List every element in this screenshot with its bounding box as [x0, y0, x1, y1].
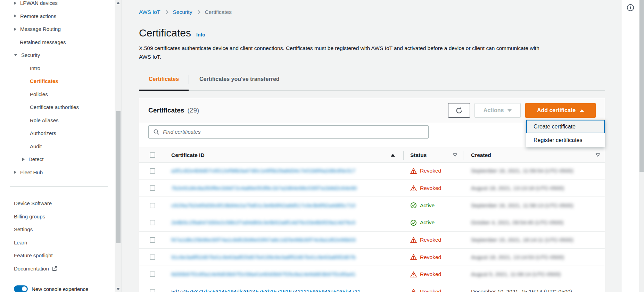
sidebar-item-intro[interactable]: Intro	[0, 62, 115, 75]
sidebar-item-lpwan-devices[interactable]: LPWAN devices	[0, 0, 115, 10]
status-label: Revoked	[420, 289, 441, 292]
breadcrumb-aws-iot[interactable]: AWS IoT	[139, 9, 160, 15]
sidebar: LPWAN devices Remote actions Message Rou…	[0, 0, 115, 292]
status-label: Revoked	[420, 254, 441, 260]
active-tab-indicator	[139, 90, 189, 91]
sidebar-item-role-aliases[interactable]: Role Aliases	[0, 114, 115, 127]
info-link[interactable]: Info	[196, 32, 205, 37]
new-console-experience-row: New console experience	[14, 285, 88, 292]
tab-certificates[interactable]: Certificates	[139, 76, 189, 82]
revoked-icon	[410, 254, 417, 260]
sidebar-item-device-software[interactable]: Device Software	[0, 197, 115, 210]
sidebar-item-billing-groups[interactable]: Billing groups	[0, 210, 115, 223]
sidebar-item-documentation[interactable]: Documentation	[0, 262, 115, 275]
sort-ascending-icon[interactable]	[391, 154, 395, 157]
sidebar-item-feature-spotlight[interactable]: Feature spotlight	[0, 249, 115, 262]
sidebar-item-label: Billing groups	[14, 214, 45, 219]
sidebar-item-label: Documentation	[14, 266, 49, 272]
table-row: 7b2e91d4c8a350f6e1b9d72c4a86e053f9c1b7a2…	[139, 180, 605, 197]
menu-item-register-certificates[interactable]: Register certificates	[526, 133, 605, 147]
sidebar-item-message-routing[interactable]: Message Routing	[0, 23, 115, 36]
scroll-down-arrow-icon[interactable]	[116, 288, 120, 290]
panel-actions: Actions Add certificate	[448, 103, 596, 118]
row-checkbox[interactable]	[150, 168, 155, 174]
certificate-id-link[interactable]: 2e8b5c1f9a647d30e2c58b1f7a94d60c3e9b52a8…	[171, 219, 355, 226]
breadcrumb-current: Certificates	[205, 9, 232, 15]
sidebar-item-retained-messages[interactable]: Retained messages	[0, 36, 115, 49]
sidebar-item-detect[interactable]: Detect	[0, 153, 115, 166]
add-certificate-button[interactable]: Add certificate	[525, 103, 596, 118]
certificate-id-link[interactable]: c91f4a7b2e85d30c6f19b84e2a75d01c3e6b9f42…	[171, 202, 355, 209]
new-console-toggle[interactable]	[14, 285, 28, 292]
created-date: August 18, 2021, 13:14:53 (UTC-0500)	[471, 254, 564, 260]
certificate-id-link[interactable]: 6d30b97f2c85a14e6d03b97f2c58a41e60d3b97f…	[171, 271, 356, 277]
page-scrollbar-thumb[interactable]	[639, 0, 644, 172]
certificate-id-link[interactable]: 91c6e3a8f52d07b41c9e63a8f25d07b4199c6e3a…	[171, 254, 356, 260]
sidebar-item-certificates[interactable]: Certificates	[0, 75, 115, 88]
add-certificate-dropdown: Create certificate Register certificates	[526, 119, 605, 147]
sidebar-item-audit[interactable]: Audit	[0, 140, 115, 153]
scroll-up-arrow-icon[interactable]	[116, 2, 120, 4]
table-header: Certificate ID Status Created	[139, 148, 605, 162]
description-line: AWS IoT.	[139, 54, 161, 60]
toggle-label: New console experience	[32, 286, 88, 292]
chevron-right-icon	[14, 1, 16, 5]
filter-icon[interactable]	[595, 153, 600, 157]
created-date: September 16, 2021, 11:59:54 (UTC-0500)	[471, 168, 573, 174]
status-label: Revoked	[420, 168, 441, 174]
row-checkbox[interactable]	[150, 220, 155, 225]
actions-button-label: Actions	[484, 107, 504, 114]
sidebar-item-security[interactable]: Security	[0, 49, 115, 62]
refresh-icon	[455, 107, 463, 114]
sidebar-item-label: Learn	[14, 240, 27, 245]
panel-title-text: Certificates	[148, 107, 184, 114]
sidebar-item-label: LPWAN devices	[20, 0, 58, 6]
sidebar-item-policies[interactable]: Policies	[0, 88, 115, 101]
filter-icon[interactable]	[453, 153, 457, 157]
menu-item-create-certificate[interactable]: Create certificate	[526, 120, 605, 133]
sidebar-item-label: Retained messages	[20, 39, 66, 45]
row-checkbox[interactable]	[150, 289, 155, 292]
search-input[interactable]	[163, 129, 424, 135]
created-date: September 15, 2021, 18:14:11 (UTC-0500)	[471, 237, 573, 243]
select-all-checkbox[interactable]	[150, 152, 155, 158]
row-checkbox[interactable]	[150, 185, 155, 191]
certificate-id-link[interactable]: 7b2e91d4c8a350f6e1b9d72c4a86e053f9c1b7a2…	[171, 185, 357, 191]
sidebar-item-fleet-hub[interactable]: Fleet Hub	[0, 166, 115, 179]
panel-header: Certificates (29) Actions	[139, 98, 605, 123]
tab-certificates-transferred[interactable]: Certificates you've transferred	[189, 76, 290, 82]
sidebar-item-certificate-authorities[interactable]: Certificate authorities	[0, 101, 115, 114]
refresh-button[interactable]	[448, 103, 470, 118]
status-label: Revoked	[420, 185, 441, 191]
tab-underline	[139, 90, 605, 91]
sidebar-item-label: Message Routing	[20, 26, 61, 32]
sidebar-item-label: Remote actions	[20, 13, 56, 19]
actions-button[interactable]: Actions	[474, 103, 521, 118]
search-box	[148, 125, 429, 139]
row-checkbox[interactable]	[150, 272, 155, 277]
sidebar-item-settings[interactable]: Settings	[0, 223, 115, 236]
page-scrollbar[interactable]	[639, 0, 644, 292]
sidebar-item-learn[interactable]: Learn	[0, 236, 115, 249]
info-icon[interactable]	[627, 4, 634, 11]
active-icon	[410, 202, 417, 209]
table-row: 6d30b97f2c85a14e6d03b97f2c58a41e60d3b97f…	[139, 266, 605, 283]
sidebar-item-label: Audit	[30, 143, 42, 149]
certificates-table: Certificate ID Status Created	[139, 148, 605, 292]
row-checkbox[interactable]	[150, 237, 155, 243]
certificate-id-link[interactable]: 5d1c4575371dac53145194dfc36245753b157161…	[171, 289, 361, 292]
sidebar-item-authorizers[interactable]: Authorizers	[0, 127, 115, 140]
main-content: AWS IoT Security Certificates Certificat…	[122, 0, 622, 292]
sidebar-scrollbar-thumb[interactable]	[116, 111, 121, 243]
row-checkbox[interactable]	[150, 255, 155, 260]
sidebar-scrollbar[interactable]	[115, 0, 122, 292]
certificate-id-link[interactable]: f47a1d8c25b96e30f74a1c8d52b96e03f47a8c1d…	[171, 237, 356, 243]
table-row: c91f4a7b2e85d30c6f19b84e2a75d01c3e6b9f42…	[139, 197, 605, 214]
row-checkbox[interactable]	[150, 203, 155, 208]
sidebar-item-remote-actions[interactable]: Remote actions	[0, 10, 115, 23]
description-line: X.509 certificates authenticate device a…	[139, 45, 539, 51]
certificate-id-link[interactable]: a3f1c82e4b9d07c6512ef98b3a47d0c1e6f5b29a…	[171, 168, 355, 174]
panel-title: Certificates (29)	[148, 107, 199, 114]
sidebar-item-label: Device Software	[14, 200, 52, 206]
breadcrumb-security[interactable]: Security	[173, 9, 192, 15]
